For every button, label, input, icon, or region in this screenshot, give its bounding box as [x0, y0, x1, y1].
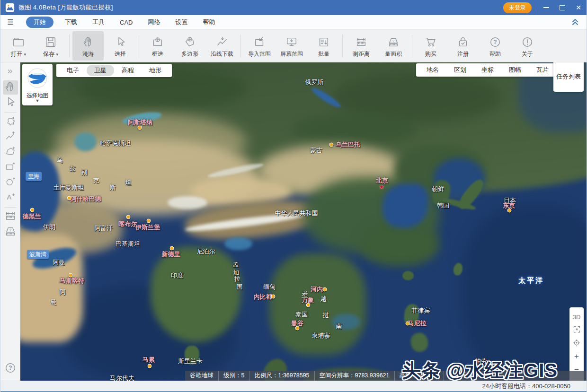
terrain-shape	[409, 331, 429, 353]
cart-icon	[425, 35, 437, 49]
map-control-fullscreen[interactable]	[570, 323, 583, 337]
measure-distance-button[interactable]: 测距离	[346, 31, 377, 61]
terrain-shape	[168, 196, 207, 209]
sidebar-tool-expand[interactable]	[3, 65, 18, 79]
map-source-picker[interactable]: 选择地图 ▼	[22, 64, 53, 105]
status-segment: 谷歌地球	[185, 371, 218, 381]
import-extent-button[interactable]: 导入范围	[244, 31, 275, 61]
svg-text:?: ?	[9, 228, 11, 232]
toolbar-button-label: 关于	[522, 50, 533, 58]
layer-tab-terrain[interactable]: 地形	[142, 65, 169, 76]
register-button[interactable]: 注册	[447, 31, 479, 61]
minimize-icon	[543, 7, 549, 8]
help-button[interactable]: ?帮助	[480, 31, 511, 61]
menu-item-cad[interactable]: CAD	[120, 17, 133, 27]
sidebar-tool-select[interactable]	[3, 96, 18, 110]
collapse-ribbon-button[interactable]	[571, 17, 579, 28]
close-button[interactable]: ✕	[570, 0, 587, 15]
toolbar-button-label: 帮助	[489, 50, 501, 58]
terrain-shape	[292, 113, 417, 145]
area-icon: ?	[4, 225, 17, 239]
cursor-icon	[115, 35, 126, 49]
map-status-bar: 谷歌地球级别：5比例尺：1:36978595空间分辨率：9783.939621高…	[185, 371, 587, 381]
terrain-shape	[360, 222, 439, 266]
maximize-button[interactable]	[554, 0, 570, 15]
along-line-download-button[interactable]: 沿线下载	[206, 31, 238, 61]
locate-icon	[572, 339, 581, 348]
map-control-locate[interactable]	[570, 337, 583, 350]
help-icon: ?	[4, 362, 17, 376]
polygon-icon	[184, 35, 196, 49]
status-segment: 高程： -523.79	[394, 371, 444, 381]
hamburger-menu-icon[interactable]: ☰	[5, 17, 16, 27]
menu-item-download[interactable]: 下载	[65, 17, 77, 28]
hand-icon	[4, 81, 16, 95]
ruler-icon	[355, 35, 367, 49]
measure-area-button[interactable]: ?量面积	[378, 31, 409, 61]
terrain-shape	[402, 271, 414, 280]
sidebar-tool-polygon-draw[interactable]	[3, 145, 18, 159]
sidebar-tool-rectangle-draw[interactable]	[3, 160, 18, 174]
layer-tab-electronic[interactable]: 电子	[59, 65, 87, 76]
polygon-plus-icon	[5, 146, 16, 159]
app-window: 微图 4.0Beta [万能版功能已授权] 未登录 ✕ ☰ 开始下载工具CAD网…	[0, 0, 587, 392]
status-segment: 坐标无偏移	[444, 371, 483, 381]
toolbar-separator	[240, 35, 241, 57]
sidebar-divider	[4, 112, 17, 113]
map-layer-tabs: 电子卫星高程地形	[56, 64, 172, 77]
layer-tab-elevation[interactable]: 高程	[114, 65, 142, 76]
terrain-shape	[462, 206, 587, 381]
menu-item-network[interactable]: 网络	[148, 17, 160, 28]
customer-service-phone: 24小时客服电话：400-028-0050	[482, 383, 570, 390]
toolbar-button-label: 批量	[318, 50, 329, 58]
menu-item-settings[interactable]: 设置	[175, 17, 187, 28]
sidebar-tool-circle-draw[interactable]	[3, 175, 18, 190]
city-dot-marker	[147, 219, 151, 223]
data-tab-coordinates[interactable]: 坐标	[474, 64, 501, 76]
map-label: 日本	[504, 196, 516, 205]
app-logo-icon	[5, 3, 15, 12]
sidebar-tool-help[interactable]: ?	[3, 362, 18, 376]
map-canvas[interactable]: 俄罗斯哈萨克斯坦蒙古中华人民共和国朝鲜韩国日本土库曼斯坦伊朗阿富汗巴基斯坦尼泊尔…	[20, 62, 587, 381]
data-tab-districts[interactable]: 区划	[446, 64, 474, 76]
circle-plus-icon	[5, 176, 16, 189]
map-control-zoom-in[interactable]: +	[570, 350, 583, 363]
menu-item-tools[interactable]: 工具	[92, 17, 105, 28]
polygon-select-button[interactable]: 多边形	[174, 31, 205, 61]
menu-item-help[interactable]: 帮助	[203, 17, 215, 28]
open-button[interactable]: 打开 ▾	[3, 31, 34, 61]
minimize-button[interactable]	[538, 0, 554, 15]
freeform-plus-icon	[5, 115, 16, 129]
terrain-shape	[403, 304, 420, 328]
save-button[interactable]: 保存 ▾	[35, 31, 66, 61]
sidebar-tool-measure-distance[interactable]	[3, 210, 18, 224]
batch-button[interactable]: 批量	[308, 31, 339, 61]
menu-item-start[interactable]: 开始	[26, 17, 53, 28]
screen-extent-button[interactable]: 屏幕范围	[276, 31, 307, 61]
data-tab-tiles[interactable]: 瓦片	[529, 64, 556, 76]
svg-text:A: A	[7, 193, 11, 201]
sidebar-tool-text-annotate[interactable]: A	[3, 191, 18, 205]
register-icon	[457, 35, 469, 49]
map-control-view-3d[interactable]: 3D	[570, 310, 583, 323]
layer-tab-satellite[interactable]: 卫星	[87, 65, 114, 76]
sidebar-tool-pan[interactable]	[3, 80, 18, 95]
sidebar-tool-measure-area[interactable]: ?	[3, 225, 18, 239]
buy-button[interactable]: 购买	[415, 31, 446, 61]
polyline-plus-icon	[5, 131, 16, 144]
task-list-panel[interactable]: 任务列表	[553, 62, 584, 92]
toolbar-button-label: 导入范围	[248, 50, 271, 58]
map-controls-panel: 3D+−	[569, 307, 584, 381]
sidebar-tool-polyline-draw[interactable]	[3, 130, 18, 144]
chevron-down-icon: ▾	[56, 52, 58, 57]
status-segment: 级别：5	[218, 371, 249, 381]
about-button[interactable]: 关于	[512, 31, 543, 61]
data-tab-placenames[interactable]: 地名	[419, 64, 446, 76]
status-segment: 空间分辨率：9783.939621	[314, 371, 394, 381]
box-select-button[interactable]: 框选	[142, 31, 173, 61]
sidebar-tool-freeform-draw[interactable]	[3, 115, 18, 129]
data-tab-map-sheets[interactable]: 图幅	[501, 64, 529, 76]
select-button[interactable]: 选择	[105, 31, 136, 61]
pan-button[interactable]: 漫游	[72, 31, 104, 61]
login-status-badge[interactable]: 未登录	[503, 2, 532, 13]
